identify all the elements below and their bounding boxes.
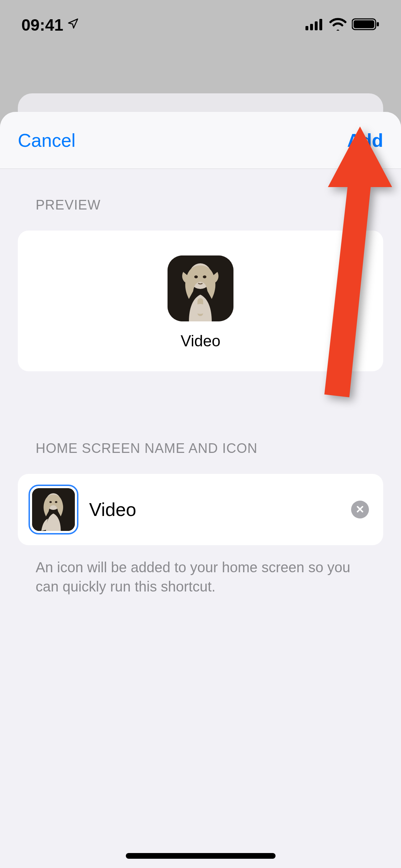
name-icon-section-header: HOME SCREEN NAME AND ICON <box>0 412 401 463</box>
name-icon-footer: An icon will be added to your home scree… <box>36 558 365 596</box>
add-button[interactable]: Add <box>347 130 383 151</box>
svg-point-15 <box>50 501 52 503</box>
close-icon <box>356 504 364 515</box>
preview-section-header: PREVIEW <box>0 169 401 220</box>
svg-rect-0 <box>305 26 308 30</box>
add-to-home-sheet: Cancel Add PREVIEW Video HOME SCREEN NAM… <box>0 112 401 868</box>
battery-icon <box>352 18 380 32</box>
cellular-signal-icon <box>305 18 324 32</box>
shortcut-name-input[interactable] <box>89 499 340 520</box>
svg-point-9 <box>194 275 198 278</box>
name-icon-section: HOME SCREEN NAME AND ICON <box>0 412 401 596</box>
cancel-button[interactable]: Cancel <box>18 130 76 151</box>
svg-point-16 <box>55 501 57 503</box>
shortcut-icon <box>32 488 75 531</box>
svg-rect-3 <box>319 19 322 30</box>
status-right <box>305 18 380 32</box>
modal-header: Cancel Add <box>0 112 401 169</box>
svg-rect-6 <box>377 22 379 26</box>
svg-point-10 <box>203 275 206 278</box>
clear-name-button[interactable] <box>351 501 369 518</box>
svg-point-12 <box>194 304 207 314</box>
svg-rect-2 <box>315 21 318 30</box>
status-time: 09:41 <box>21 15 63 35</box>
wifi-icon <box>329 18 347 32</box>
preview-app-icon <box>168 255 233 321</box>
status-bar: 09:41 <box>0 0 401 50</box>
svg-rect-5 <box>354 20 374 28</box>
shortcut-icon-picker[interactable] <box>29 485 78 534</box>
name-icon-card <box>18 474 383 545</box>
preview-card: Video <box>18 231 383 371</box>
home-indicator[interactable] <box>126 853 276 859</box>
status-left: 09:41 <box>21 15 79 35</box>
preview-app-label: Video <box>181 332 221 350</box>
svg-rect-1 <box>310 24 313 30</box>
location-arrow-icon <box>67 17 79 33</box>
